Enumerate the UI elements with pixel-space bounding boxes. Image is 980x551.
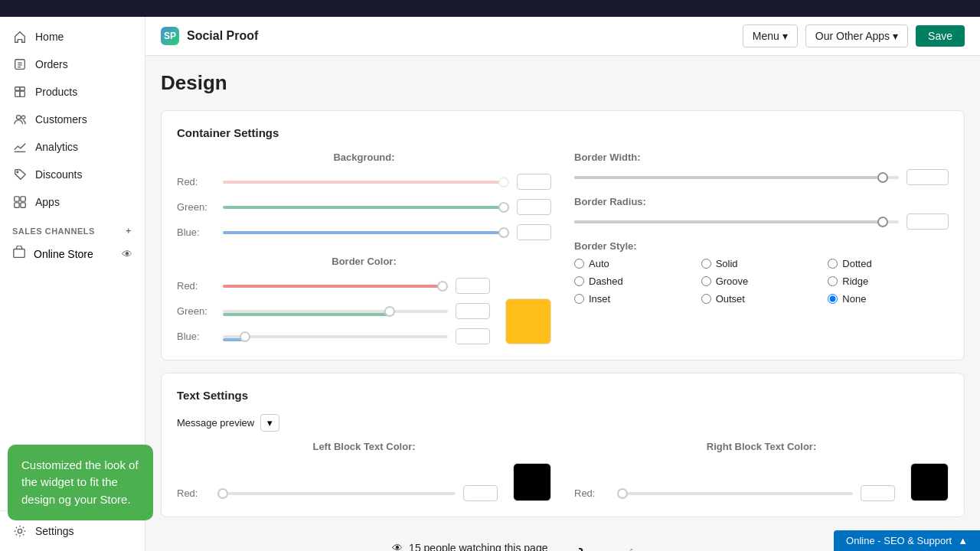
other-apps-chevron-icon: ▾ — [893, 30, 898, 42]
left-block-label: Left Block Text Color: — [177, 441, 551, 452]
radio-inset[interactable]: Inset — [574, 293, 695, 305]
radio-none[interactable]: None — [828, 293, 949, 305]
svg-rect-4 — [15, 91, 20, 96]
radio-dashed[interactable]: Dashed — [574, 276, 695, 287]
bc-green-thumb[interactable] — [384, 306, 395, 317]
right-block-label: Right Block Text Color: — [574, 441, 949, 452]
sidebar-item-customers[interactable]: Customers — [0, 106, 145, 133]
page-content: Design Container Settings Background: Re… — [145, 56, 980, 551]
bg-green-thumb[interactable] — [498, 202, 509, 213]
sidebar-item-home[interactable]: Home — [0, 23, 145, 51]
svg-point-9 — [21, 116, 25, 119]
home-icon — [12, 29, 28, 44]
top-bar — [0, 0, 980, 17]
left-red-thumb[interactable] — [217, 488, 228, 499]
sidebar-item-apps-label: Apps — [35, 196, 60, 208]
bc-red-label: Red: — [177, 280, 215, 292]
border-width-value[interactable]: 20px — [906, 169, 949, 185]
cart-icon: 🛒 — [616, 548, 633, 551]
chevron-down-icon: ▾ — [267, 417, 273, 429]
radio-dotted[interactable]: Dotted — [828, 258, 949, 269]
svg-rect-16 — [14, 249, 24, 258]
menu-button[interactable]: Menu ▾ — [743, 24, 798, 47]
bc-green-value[interactable]: 190 — [456, 303, 490, 319]
online-store-icon — [12, 246, 26, 262]
radio-ridge[interactable]: Ridge — [828, 276, 949, 287]
online-seo-badge[interactable]: Online - SEO & Support ▲ — [834, 530, 980, 551]
bc-blue-label: Blue: — [177, 331, 215, 342]
settings-icon — [12, 523, 28, 539]
text-settings-title: Text Settings — [177, 389, 949, 402]
right-red-value[interactable]: 2 — [861, 485, 895, 501]
sidebar-item-orders[interactable]: Orders — [0, 51, 145, 78]
main-content: SP Social Proof Menu ▾ Our Other Apps ▾ … — [145, 17, 980, 551]
preview-item1: 15 people watching this page — [409, 542, 547, 551]
sales-channels-section: SALES CHANNELS ＋ — [0, 216, 145, 240]
sidebar-item-home-label: Home — [35, 31, 64, 43]
sidebar-item-analytics[interactable]: Analytics — [0, 133, 145, 161]
border-radius-value[interactable]: 30px — [906, 214, 949, 230]
right-red-thumb[interactable] — [617, 488, 628, 499]
msg-preview-dropdown[interactable]: ▾ — [260, 414, 279, 432]
radio-groove[interactable]: Groove — [701, 276, 822, 287]
background-sliders: Red: 255 Green: — [177, 174, 551, 240]
menu-chevron-icon: ▾ — [782, 30, 788, 42]
bc-blue-row: Blue: 26 — [177, 328, 490, 344]
sidebar-item-apps[interactable]: Apps — [0, 188, 145, 216]
container-settings-title: Container Settings — [177, 126, 949, 139]
border-style-field: Border Style: Auto Solid Dotted Dashed G… — [574, 240, 949, 305]
svg-rect-15 — [21, 203, 25, 207]
bg-green-row: Green: 255 — [177, 199, 551, 215]
bc-blue-thumb[interactable] — [240, 331, 250, 342]
online-store-eye-icon[interactable]: 👁 — [122, 248, 132, 260]
border-style-options: Auto Solid Dotted Dashed Groove Ridge In… — [574, 258, 949, 305]
svg-rect-6 — [15, 87, 20, 91]
border-color-sliders: Red: 255 Green: — [177, 278, 490, 344]
online-seo-label: Online - SEO & Support — [846, 535, 952, 546]
svg-rect-14 — [15, 203, 19, 207]
border-width-field: Border Width: 20px — [574, 152, 949, 185]
bc-green-row: Green: 190 — [177, 303, 490, 319]
left-red-row: Red: 0 — [177, 485, 498, 501]
other-apps-button[interactable]: Our Other Apps ▾ — [805, 24, 908, 47]
bg-blue-row: Blue: 255 — [177, 224, 551, 240]
bg-green-value[interactable]: 255 — [517, 199, 551, 215]
border-radius-thumb[interactable] — [877, 217, 888, 227]
background-label: Background: — [177, 152, 551, 163]
bc-green-label: Green: — [177, 305, 215, 317]
bg-blue-thumb[interactable] — [498, 227, 509, 238]
radio-auto[interactable]: Auto — [574, 258, 695, 269]
container-settings-card: Container Settings Background: Red: — [161, 110, 965, 360]
border-right-section: Border Width: 20px Border Radius: — [574, 152, 949, 344]
border-color-label: Border Color: — [177, 256, 551, 267]
bg-blue-value[interactable]: 255 — [517, 224, 551, 240]
radio-solid[interactable]: Solid — [701, 258, 822, 269]
sidebar-item-online-store[interactable]: Online Store 👁 — [0, 240, 145, 268]
bg-red-value[interactable]: 255 — [517, 174, 551, 190]
discounts-icon — [12, 167, 28, 182]
sidebar-item-analytics-label: Analytics — [35, 141, 78, 153]
chevron-up-icon: ▲ — [958, 535, 968, 546]
radio-outset[interactable]: Outset — [701, 293, 822, 305]
svg-rect-0 — [15, 60, 25, 70]
orders-icon — [12, 57, 28, 72]
online-store-label: Online Store — [34, 248, 93, 260]
border-width-label: Border Width: — [574, 152, 949, 163]
save-button[interactable]: Save — [916, 25, 965, 47]
sidebar-item-products[interactable]: Products — [0, 78, 145, 106]
right-color-preview — [910, 463, 949, 501]
bc-red-thumb[interactable] — [437, 281, 448, 292]
bc-red-value[interactable]: 255 — [456, 278, 490, 294]
border-width-thumb[interactable] — [877, 172, 888, 183]
app-header: SP Social Proof Menu ▾ Our Other Apps ▾ … — [145, 17, 980, 56]
sidebar-item-discounts[interactable]: Discounts — [0, 161, 145, 188]
bg-red-thumb[interactable] — [498, 177, 509, 187]
svg-point-8 — [17, 116, 21, 119]
bc-blue-value[interactable]: 26 — [456, 328, 490, 344]
sidebar-item-settings[interactable]: Settings — [0, 517, 145, 545]
preview-left: 👁 15 people watching this page 📦 10 item… — [392, 542, 547, 551]
add-sales-channel-button[interactable]: ＋ — [124, 225, 133, 236]
bg-green-label: Green: — [177, 201, 215, 213]
brace-divider: } — [578, 544, 585, 551]
left-red-value[interactable]: 0 — [463, 485, 498, 501]
